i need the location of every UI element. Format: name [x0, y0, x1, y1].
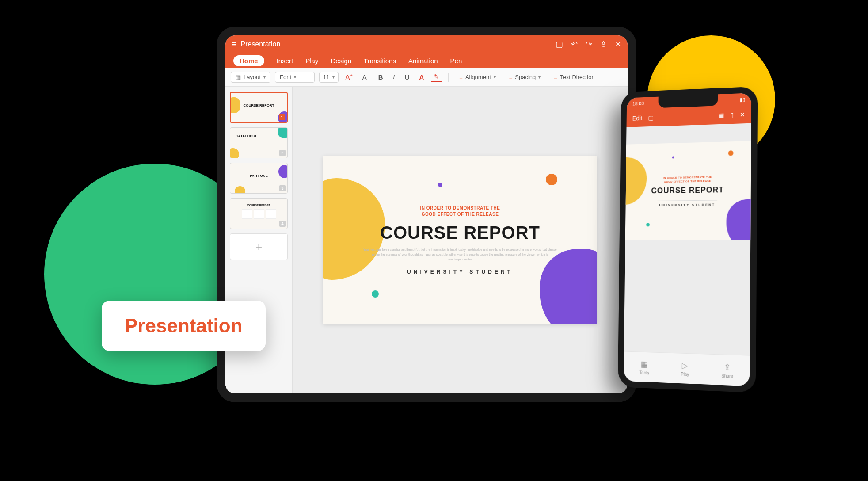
slide-thumb[interactable]: COURSE REPORT 4 [230, 198, 288, 229]
add-slide-button[interactable]: + [230, 233, 288, 260]
font-size-value: 11 [323, 74, 329, 80]
decrease-font-button[interactable]: A- [360, 73, 371, 82]
slide-thumb[interactable]: PART ONE 3 [230, 163, 288, 194]
tablet-titlebar: ≡ Presentation ▢ ↶ ↷ ⇪ ✕ [225, 35, 628, 53]
increase-font-button[interactable]: A+ [343, 73, 355, 82]
thumb-title: COURSE REPORT [233, 103, 284, 107]
slide-text: IN ORDER TO DEMONSTRATE THE GOOD EFFECT … [323, 156, 597, 324]
formatting-toolbar: ▦ Layout ▾ Font ▾ 11 ▾ A+ A- B I U A ✎ ≡… [225, 68, 628, 87]
phone-screen: 18:00 ⋰ ▮▯ Edit ▢ ▦ ▯ ✕ IN ORDER TO DEMO [624, 93, 751, 386]
phone-notch [658, 94, 718, 108]
text-direction-label: Text Direction [560, 74, 595, 80]
battery-icon: ▮▯ [740, 96, 745, 103]
phone-canvas: IN ORDER TO DEMONSTRATE THE GOOD EFFECT … [624, 123, 751, 355]
thumb-number: 1 [279, 114, 285, 120]
clipboard-icon[interactable]: ▢ [648, 114, 654, 121]
align-icon: ≡ [459, 74, 463, 80]
tools-button[interactable]: ▦ Tools [640, 359, 650, 375]
tab-play[interactable]: Play [305, 57, 318, 65]
tools-icon: ▦ [641, 359, 648, 369]
tab-pen[interactable]: Pen [450, 57, 462, 65]
slide-title: COURSE REPORT [380, 223, 540, 243]
font-size-dropdown[interactable]: 11 ▾ [319, 72, 338, 83]
ribbon-tabs: Home Insert Play Design Transitions Anim… [225, 53, 628, 68]
text-direction-dropdown[interactable]: ≡ Text Direction [549, 72, 599, 82]
play-icon: ▷ [682, 360, 688, 370]
layout-grid-icon: ▦ [236, 74, 241, 80]
status-time: 18:00 [632, 101, 644, 107]
play-button[interactable]: ▷ Play [681, 360, 689, 377]
font-label: Font [280, 74, 291, 80]
alignment-dropdown[interactable]: ≡ Alignment ▾ [455, 72, 500, 82]
share-icon[interactable]: ⇪ [600, 39, 607, 49]
chevron-down-icon: ▾ [332, 75, 335, 80]
page-icon[interactable]: ▯ [730, 111, 734, 118]
edit-button[interactable]: Edit [632, 115, 643, 122]
hamburger-icon[interactable]: ≡ [232, 40, 236, 48]
slide-stage: IN ORDER TO DEMONSTRATE THE GOOD EFFECT … [293, 87, 628, 393]
tablet-frame: ≡ Presentation ▢ ↶ ↷ ⇪ ✕ Home Insert Pla… [217, 27, 636, 402]
layout-label: Layout [244, 74, 261, 80]
thumb-title: COURSE REPORT [233, 204, 285, 206]
undo-icon[interactable]: ↶ [571, 39, 578, 49]
spacing-icon: ≡ [509, 74, 513, 80]
subtitle-line: GOOD EFFECT OF THE RELEASE [663, 179, 712, 183]
subtitle-line: IN ORDER TO DEMONSTRATE THE [420, 205, 500, 211]
alignment-label: Alignment [465, 74, 491, 80]
dot-teal [646, 223, 650, 226]
chevron-down-icon: ▾ [538, 75, 541, 80]
phone-frame: 18:00 ⋰ ▮▯ Edit ▢ ▦ ▯ ✕ IN ORDER TO DEMO [618, 87, 758, 393]
chevron-down-icon: ▾ [494, 75, 496, 80]
tab-transitions[interactable]: Transitions [364, 57, 396, 65]
underline-button[interactable]: U [402, 73, 412, 82]
spacing-label: Spacing [515, 74, 536, 80]
phone-bottom-bar: ▦ Tools ▷ Play ⇪ Share [624, 351, 750, 386]
main-slide[interactable]: IN ORDER TO DEMONSTRATE THE GOOD EFFECT … [323, 156, 597, 324]
spacing-dropdown[interactable]: ≡ Spacing ▾ [505, 72, 545, 82]
share-label: Share [721, 373, 733, 378]
phone-slide-title: COURSE REPORT [651, 185, 724, 195]
tab-animation[interactable]: Animation [408, 57, 438, 65]
redo-icon[interactable]: ↷ [586, 39, 592, 49]
slide-subtitle: IN ORDER TO DEMONSTRATE THE GOOD EFFECT … [420, 205, 500, 218]
bold-button[interactable]: B [376, 73, 386, 82]
thumb-number: 4 [279, 221, 286, 227]
phone-slide-subtitle: IN ORDER TO DEMONSTRATE THE GOOD EFFECT … [663, 176, 712, 184]
tablet-doc-title: Presentation [241, 40, 281, 48]
subtitle-line: GOOD EFFECT OF THE RELEASE [420, 211, 500, 218]
slide-thumb[interactable]: CATALOGUE 2 [230, 127, 288, 158]
close-icon[interactable]: ✕ [615, 39, 621, 49]
phone-slide-footer: UNIVERSITY STUDENT [659, 203, 716, 206]
share-icon: ⇪ [724, 362, 731, 372]
share-button[interactable]: ⇪ Share [721, 362, 733, 378]
tools-label: Tools [640, 370, 649, 375]
divider [657, 200, 717, 201]
thumb-title: CATALOGUE [236, 134, 285, 138]
grid-icon[interactable]: ▦ [718, 112, 724, 119]
chevron-down-icon: ▾ [294, 75, 296, 80]
phone-slide[interactable]: IN ORDER TO DEMONSTRATE THE GOOD EFFECT … [625, 141, 751, 240]
thumb-title: PART ONE [233, 174, 285, 178]
clipboard-icon[interactable]: ▢ [556, 39, 563, 49]
text-direction-icon: ≡ [554, 74, 557, 80]
close-icon[interactable]: ✕ [740, 111, 745, 118]
highlight-button[interactable]: ✎ [431, 72, 442, 82]
slide-thumb[interactable]: COURSE REPORT 1 [230, 92, 288, 123]
slide-body: Your text has been concise and beautiful… [363, 247, 557, 262]
thumb-number: 2 [279, 150, 286, 156]
italic-button[interactable]: I [390, 73, 398, 82]
presentation-tag: Presentation [102, 301, 266, 351]
play-label: Play [681, 371, 689, 377]
toolbar-divider [448, 73, 449, 82]
chevron-down-icon: ▾ [263, 75, 266, 80]
thumb-number: 3 [279, 185, 286, 191]
tab-insert[interactable]: Insert [277, 57, 293, 65]
editor-content: COURSE REPORT 1 CATALOGUE 2 PART ONE 3 C… [225, 87, 628, 393]
font-dropdown[interactable]: Font ▾ [275, 72, 315, 83]
font-color-button[interactable]: A [417, 73, 427, 82]
tab-home[interactable]: Home [233, 55, 264, 66]
tab-design[interactable]: Design [331, 57, 351, 65]
slide-footer: UNIVERSITY STUDENT [407, 269, 513, 275]
tablet-screen: ≡ Presentation ▢ ↶ ↷ ⇪ ✕ Home Insert Pla… [225, 35, 628, 393]
layout-dropdown[interactable]: ▦ Layout ▾ [231, 72, 270, 83]
